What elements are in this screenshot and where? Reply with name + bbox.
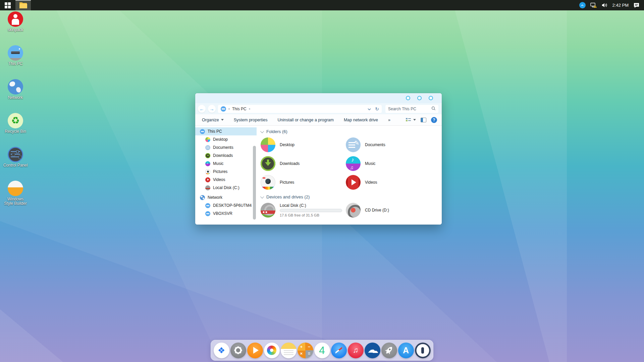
window-minimize-button[interactable] [417, 96, 422, 100]
navigation-sidebar: This PC Desktop Documents Downloads Musi… [195, 126, 257, 225]
desktop-folder-icon [205, 137, 210, 142]
drive-tile-cd-drive-d[interactable]: CD Drive (D:) [346, 201, 431, 220]
volume-icon[interactable] [602, 3, 608, 8]
cd-drive-icon [346, 203, 361, 218]
dropbox-icon[interactable]: ❖ [214, 343, 229, 358]
desktop-icon-network[interactable]: Network [1, 79, 30, 113]
toolbar-more-chevron[interactable]: » [388, 118, 390, 122]
itunes-icon[interactable]: ♫ [348, 343, 364, 358]
devices-group-header[interactable]: Devices and drives (2) [261, 194, 442, 199]
rocket-launcher-icon[interactable] [381, 343, 397, 358]
sidebar-item-this-pc[interactable]: This PC [195, 127, 257, 135]
folder-tile-documents[interactable]: Documents [346, 135, 431, 154]
address-dropdown-icon[interactable] [368, 106, 371, 112]
desktop-icon-label: Recycle Bin [5, 129, 26, 134]
sidebar-label: Downloads [213, 153, 233, 158]
media-player-icon[interactable] [247, 343, 263, 358]
drive-free-space: 17.6 GB free of 31.5 GB [280, 213, 342, 217]
forward-button[interactable]: → [208, 105, 216, 113]
sidebar-item-desktop[interactable]: Desktop [195, 135, 257, 143]
preview-pane-icon[interactable] [421, 118, 426, 122]
sidebar-label: Desktop [213, 137, 228, 142]
pictures-folder-icon [205, 169, 210, 174]
network-globe-icon [8, 79, 23, 95]
control-panel-icon [8, 147, 23, 162]
this-pc-mini-icon [200, 129, 205, 134]
sidebar-item-network[interactable]: Network [195, 193, 257, 201]
map-network-drive-button[interactable]: Map network drive [344, 118, 378, 122]
search-input[interactable] [388, 107, 431, 111]
app-store-icon[interactable]: A [398, 343, 414, 358]
collapse-chevron-icon[interactable] [260, 129, 264, 133]
desktop-icon-label: This PC [8, 62, 23, 66]
desktop-icon-label: skinpack [8, 28, 23, 32]
folder-tile-desktop[interactable]: Desktop [261, 135, 346, 154]
sidebar-item-desktop-5p6utm4[interactable]: DESKTOP-5P6UTM4 [195, 201, 257, 209]
app-4-icon[interactable]: 4 [314, 343, 330, 358]
folder-tile-videos[interactable]: Videos [346, 173, 431, 192]
system-properties-button[interactable]: System properties [234, 118, 268, 122]
sidebar-item-downloads[interactable]: Downloads [195, 152, 257, 160]
desktop-icon-control-panel[interactable]: Control Panel [1, 147, 30, 181]
search-box[interactable] [385, 105, 438, 113]
window-titlebar[interactable] [195, 93, 442, 103]
desktop-icon-this-pc[interactable]: This PC [1, 45, 30, 79]
sidebar-label: Pictures [213, 169, 227, 174]
address-bar[interactable]: This PC ↻ [218, 105, 382, 113]
help-button[interactable]: ? [431, 117, 437, 123]
back-button[interactable]: ← [198, 105, 206, 113]
sidebar-item-documents[interactable]: Documents [195, 143, 257, 152]
music-folder-icon [205, 161, 210, 166]
photos-icon[interactable] [264, 343, 280, 358]
folders-group-header[interactable]: Folders (6) [261, 129, 442, 134]
tile-label: Desktop [280, 142, 294, 147]
tile-label: Documents [365, 142, 385, 147]
refresh-icon[interactable]: ↻ [375, 106, 379, 112]
sidebar-item-music[interactable]: Music [195, 160, 257, 168]
calculator-icon[interactable] [298, 343, 313, 358]
downloads-folder-icon [205, 153, 210, 158]
1password-icon[interactable] [415, 343, 431, 358]
sidebar-item-vboxsvr[interactable]: VBOXSVR [195, 209, 257, 218]
organize-menu-button[interactable]: Organize [202, 118, 224, 122]
safari-icon[interactable] [331, 343, 347, 358]
uninstall-program-button[interactable]: Uninstall or change a program [277, 118, 333, 122]
system-tray: 2:42 PM [579, 0, 644, 10]
desktop-icon-skinpack[interactable]: skinpack [1, 11, 30, 45]
action-center-icon[interactable] [633, 3, 639, 8]
taskbar-file-explorer-button[interactable] [15, 0, 31, 10]
local-disk-icon [261, 203, 275, 218]
recycle-bin-icon: ♻ [8, 113, 23, 128]
sidebar-item-pictures[interactable]: Pictures [195, 168, 257, 176]
clock[interactable]: 2:42 PM [612, 3, 629, 8]
this-pc-icon [8, 45, 23, 61]
sidebar-item-local-disk[interactable]: Local Disk (C:) [195, 184, 257, 192]
network-status-icon[interactable] [590, 2, 597, 8]
folder-tile-downloads[interactable]: Downloads [261, 154, 346, 173]
notes-icon[interactable] [281, 343, 297, 358]
onedrive-icon[interactable] [365, 343, 380, 358]
pictures-folder-icon [261, 175, 275, 190]
start-button[interactable] [0, 0, 15, 10]
organize-label: Organize [202, 118, 219, 122]
folder-tile-music[interactable]: Music [346, 154, 431, 173]
settings-gear-icon[interactable] [230, 343, 246, 358]
folder-tile-pictures[interactable]: Pictures [261, 173, 346, 192]
folders-grid: Desktop Documents Downloads Music [261, 135, 442, 192]
collapse-chevron-icon[interactable] [260, 194, 264, 198]
breadcrumb[interactable]: This PC [232, 107, 247, 111]
window-close-button[interactable] [406, 96, 410, 100]
sidebar-label: This PC [208, 129, 222, 134]
sidebar-item-videos[interactable]: Videos [195, 176, 257, 184]
change-view-button[interactable] [406, 117, 416, 123]
sidebar-label: DESKTOP-5P6UTM4 [213, 203, 252, 208]
search-icon[interactable] [431, 106, 436, 112]
show-hidden-icons-button[interactable] [579, 2, 586, 8]
network-globe-icon [200, 195, 205, 200]
sidebar-scrollbar[interactable] [253, 146, 256, 220]
drive-tile-local-disk-c[interactable]: Local Disk (C:) 17.6 GB free of 31.5 GB [261, 201, 346, 220]
breadcrumb-separator [249, 108, 250, 110]
desktop-icon-windows-style-builder[interactable]: Windows Style Builder [1, 181, 30, 215]
desktop-icon-recycle-bin[interactable]: ♻ Recycle Bin [1, 113, 30, 147]
window-maximize-button[interactable] [429, 96, 433, 100]
